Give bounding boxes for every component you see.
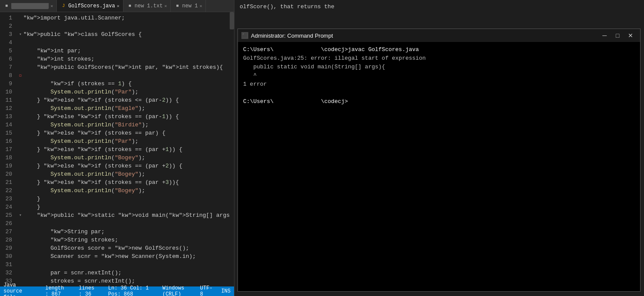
fold-icon-3[interactable]: ▾ — [17, 32, 23, 38]
fold-icon-24 — [17, 204, 23, 210]
code-text-22: System.out.println("Bogey"); — [23, 187, 145, 195]
code-line-14: System.out.println("Birdie"); — [17, 121, 234, 129]
fold-icon-20 — [17, 171, 23, 177]
fold-icon-7 — [17, 64, 23, 71]
cmd-close-button[interactable]: ✕ — [624, 31, 637, 40]
code-line-5: "kw">int par; — [17, 47, 234, 55]
hint-text: olfScore(), that returns the — [240, 3, 334, 10]
tab-icon-blurred: ■ — [3, 3, 10, 9]
code-text-18: System.out.println("Bogey"); — [23, 154, 145, 162]
code-line-21: } "kw">else "kw">if (strokes == (par +3)… — [17, 178, 234, 187]
code-area: 1234567891011121314151617181920212223242… — [0, 12, 234, 296]
code-line-16: System.out.println("Par"); — [17, 137, 234, 145]
code-line-9: "kw">if (strokes == 1) { — [17, 80, 234, 88]
fold-icon-12 — [17, 106, 23, 112]
code-text-4 — [23, 39, 27, 47]
code-line-6: "kw">int strokes; — [17, 55, 234, 63]
code-line-7: "kw">public GolfScores("kw">int par, "kw… — [17, 63, 234, 71]
code-text-3: "kw">public "kw">class GolfScores { — [23, 30, 142, 39]
fold-icon-26 — [17, 221, 23, 227]
code-line-18: System.out.println("Bogey"); — [17, 154, 234, 162]
tab-new1txt[interactable]: ■ new 1.txt ✕ — [124, 0, 171, 12]
scrollbar-thumb[interactable] — [230, 12, 234, 29]
code-text-16: System.out.println("Par"); — [23, 137, 138, 145]
code-line-28: "kw">String strokes; — [17, 236, 234, 244]
cmd-title-area: ⬛ Administrator: Command Prompt — [241, 32, 333, 39]
tab-icon-golf: J — [60, 3, 66, 9]
fold-icon-2 — [17, 23, 23, 29]
tab-close-new1[interactable]: ✕ — [199, 3, 202, 9]
fold-icon-29 — [17, 245, 23, 251]
code-text-17: } "kw">else "kw">if (strokes == (par +1)… — [23, 145, 182, 154]
scrollbar-vertical[interactable] — [230, 12, 234, 286]
cmd-maximize-button[interactable]: □ — [611, 31, 624, 40]
fold-icon-32 — [17, 270, 23, 276]
code-line-26 — [17, 219, 234, 228]
status-mode: INS — [221, 288, 231, 294]
code-line-11: } "kw">else "kw">if (strokes <= (par-2))… — [17, 96, 234, 104]
code-line-3: ▾"kw">public "kw">class GolfScores { — [17, 30, 234, 39]
code-text-32: par = scnr.nextInt(); — [23, 269, 121, 277]
fold-icon-14 — [17, 122, 23, 128]
code-text-26 — [23, 219, 27, 228]
code-text-9: "kw">if (strokes == 1) { — [23, 80, 132, 88]
fold-icon-13 — [17, 114, 23, 120]
tab-close-blurred[interactable]: ✕ — [50, 3, 53, 9]
code-line-25: ▾ "kw">public "kw">static "kw">void main… — [17, 211, 234, 219]
code-line-32: par = scnr.nextInt(); — [17, 269, 234, 277]
code-line-29: GolfScores score = "kw">new GolfScores()… — [17, 244, 234, 252]
fold-icon-30 — [17, 254, 23, 260]
cmd-icon: ⬛ — [241, 32, 248, 39]
fold-icon-31 — [17, 262, 23, 268]
fold-icon-16 — [17, 138, 23, 145]
code-text-7: "kw">public GolfScores("kw">int par, "kw… — [23, 63, 223, 71]
code-text-5: "kw">int par; — [23, 47, 81, 55]
fold-icon-18 — [17, 155, 23, 161]
fold-icon-8: ◻ — [17, 73, 23, 79]
fold-icon-9 — [17, 81, 23, 87]
code-line-2 — [17, 22, 234, 30]
code-line-4 — [17, 39, 234, 47]
code-text-33: strokes = scnr.nextInt(); — [23, 277, 135, 285]
code-text-11: } "kw">else "kw">if (strokes <= (par-2))… — [23, 96, 179, 104]
code-content[interactable]: "kw">import java.util.Scanner; ▾"kw">pub… — [16, 12, 234, 296]
tab-new1[interactable]: ■ new 1 ✕ — [171, 0, 206, 12]
tab-bar: ■ ████████████ ✕ J GolfScores.java ✕ ■ n… — [0, 0, 234, 12]
fold-icon-23 — [17, 196, 23, 202]
code-line-17: } "kw">else "kw">if (strokes == (par +1)… — [17, 145, 234, 154]
fold-icon-11 — [17, 97, 23, 103]
code-text-13: } "kw">else "kw">if (strokes == (par-1))… — [23, 113, 179, 121]
tab-blurred[interactable]: ■ ████████████ ✕ — [0, 0, 57, 12]
tab-close-new1txt[interactable]: ✕ — [164, 3, 167, 9]
code-text-2 — [23, 22, 27, 30]
code-line-27: "kw">String par; — [17, 228, 234, 236]
code-text-12: System.out.println("Eagle"); — [23, 104, 145, 113]
fold-icon-25[interactable]: ▾ — [17, 212, 23, 219]
cmd-minimize-button[interactable]: ─ — [598, 31, 611, 40]
code-text-21: } "kw">else "kw">if (strokes == (par +3)… — [23, 178, 179, 187]
status-bar: Java source file length : 867 lines : 36… — [0, 286, 234, 296]
fold-icon-22 — [17, 188, 23, 194]
status-lines: lines : 36 — [79, 285, 100, 296]
code-text-8 — [23, 71, 27, 80]
status-encoding: Windows (CRLF) — [163, 285, 192, 296]
code-text-15: } "kw">else "kw">if (strokes == par) { — [23, 129, 166, 137]
status-charset: UTF-8 — [200, 285, 213, 296]
fold-icon-4 — [17, 40, 23, 46]
code-line-24: } — [17, 203, 234, 211]
code-line-13: } "kw">else "kw">if (strokes == (par-1))… — [17, 113, 234, 121]
code-line-12: System.out.println("Eagle"); — [17, 104, 234, 113]
code-text-31 — [23, 261, 27, 269]
cmd-body[interactable]: C:\Users\ \codecj>javac GolfScores.java … — [238, 42, 640, 291]
fold-icon-5 — [17, 48, 23, 54]
tab-label-new1: new 1 — [182, 3, 198, 9]
code-text-24: } — [23, 203, 40, 211]
tab-close-golf[interactable]: ✕ — [117, 3, 119, 9]
tab-label-new1txt: new 1.txt — [135, 3, 163, 9]
cmd-controls: ─ □ ✕ — [598, 31, 637, 40]
tab-icon-new1txt: ■ — [127, 3, 133, 9]
tab-golf[interactable]: J GolfScores.java ✕ — [57, 0, 123, 12]
code-line-22: System.out.println("Bogey"); — [17, 187, 234, 195]
cmd-window[interactable]: ⬛ Administrator: Command Prompt ─ □ ✕ C:… — [237, 29, 641, 292]
code-line-23: } — [17, 195, 234, 203]
